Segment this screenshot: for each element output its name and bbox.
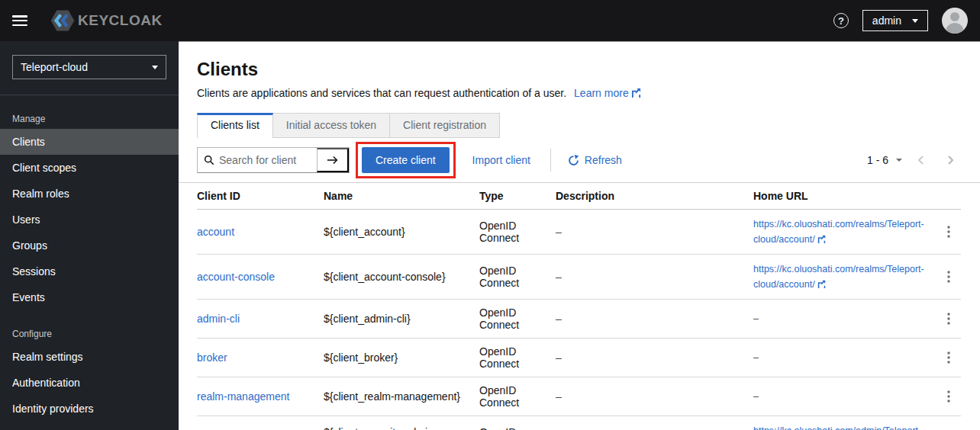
client-id-link[interactable]: admin-cli (197, 313, 240, 325)
sidebar-item-identity-providers[interactable]: Identity providers (0, 396, 179, 422)
sidebar-item-groups[interactable]: Groups (0, 233, 179, 258)
client-name-cell: ${client_admin-cli} (324, 300, 479, 339)
column-header-home-url: Home URL (753, 183, 933, 210)
table-row: broker ${client_broker} OpenID Connect –… (197, 339, 961, 377)
nav-section-list: Realm settings Authentication Identity p… (0, 344, 179, 422)
table-header-row: Client IDNameTypeDescriptionHome URL (197, 183, 961, 210)
client-id-link[interactable]: account (197, 226, 234, 238)
chevron-down-icon (912, 19, 918, 23)
client-description-cell: – (556, 377, 753, 416)
search-group (197, 147, 350, 173)
table-row: security-admin-console ${client_security… (197, 416, 961, 430)
client-description-cell: – (556, 339, 753, 377)
tab-initial-access-token[interactable]: Initial access token (273, 113, 390, 138)
table-row: account-console ${client_account-console… (197, 255, 961, 300)
row-kebab-menu-button[interactable] (943, 269, 955, 284)
sidebar-item-events[interactable]: Events (0, 284, 179, 310)
sidebar-nav: Manage Clients Client scopes Realm roles… (0, 108, 179, 422)
home-url-cell: https://kc.oluoshati.com/realms/Teleport… (753, 255, 933, 300)
client-type-cell: OpenID Connect (479, 255, 556, 300)
client-name-cell: ${client_account} (324, 210, 479, 255)
row-kebab-menu-button[interactable] (943, 389, 955, 404)
toolbar: Create client Import client Refresh 1 - … (179, 138, 980, 183)
sidebar-item-realm-roles[interactable]: Realm roles (0, 181, 179, 207)
client-name-cell: ${client_account-console} (324, 255, 479, 300)
keycloak-logo: KEYCLOAK (49, 8, 163, 34)
table-row: realm-management ${client_realm-manageme… (197, 377, 961, 416)
main-content: Clients Clients are applications and ser… (179, 41, 980, 430)
pagination-top: 1 - 6 (867, 152, 962, 168)
sidebar-item-sessions[interactable]: Sessions (0, 258, 179, 284)
search-input[interactable] (219, 154, 311, 166)
search-input-wrap (198, 148, 317, 172)
refresh-icon (568, 155, 579, 166)
avatar[interactable] (942, 8, 968, 34)
tab-clients-list[interactable]: Clients list (197, 113, 273, 138)
tab-client-registration[interactable]: Client registration (390, 113, 500, 138)
refresh-link[interactable]: Refresh (568, 154, 622, 166)
home-url-link[interactable]: https://kc.oluoshati.com/admin/Teleport-… (753, 425, 921, 430)
create-client-wrap: Create client (362, 147, 450, 173)
hamburger-menu-icon[interactable] (12, 15, 27, 26)
realm-selector[interactable]: Teleport-cloud (12, 55, 166, 79)
client-id-link[interactable]: broker (197, 351, 227, 364)
keycloak-admin-console: KEYCLOAK ? admin Teleport-cloud Manage C… (0, 0, 980, 430)
home-url-link[interactable]: https://kc.oluoshati.com/realms/Teleport… (753, 219, 924, 245)
client-type-cell: OpenID Connect (479, 210, 556, 255)
home-url-link[interactable]: https://kc.oluoshati.com/realms/Teleport… (753, 264, 924, 290)
search-icon (204, 155, 214, 165)
nav-section: Configure Realm settings Authentication … (0, 322, 179, 422)
column-header-type: Type (479, 183, 556, 210)
client-description-cell: – (556, 210, 753, 255)
learn-more-link[interactable]: Learn more (574, 87, 641, 99)
pagination-range-dropdown[interactable]: 1 - 6 (867, 154, 902, 166)
create-client-button[interactable]: Create client (362, 147, 450, 173)
import-client-label: Import client (472, 154, 530, 166)
sidebar-item-users[interactable]: Users (0, 207, 179, 233)
client-type-cell: OpenID Connect (479, 339, 556, 377)
sidebar-item-client-scopes[interactable]: Client scopes (0, 155, 179, 181)
sidebar: Teleport-cloud Manage Clients Client sco… (0, 41, 179, 430)
sidebar-item-authentication[interactable]: Authentication (0, 370, 179, 396)
home-url-cell: – (753, 339, 933, 377)
page-description: Clients are applications and services th… (197, 87, 962, 99)
nav-section-title: Manage (0, 108, 179, 129)
import-client-link[interactable]: Import client (472, 154, 530, 166)
column-header-name: Name (324, 183, 479, 210)
client-description-cell: – (556, 416, 753, 430)
keycloak-logo-icon (49, 8, 76, 34)
learn-more-label: Learn more (574, 87, 629, 99)
nav-section-title: Configure (0, 322, 179, 344)
user-menu-label: admin (872, 14, 901, 27)
home-url-cell: – (753, 300, 933, 339)
client-type-cell: OpenID Connect (479, 300, 556, 339)
refresh-label: Refresh (585, 154, 622, 166)
user-menu-dropdown[interactable]: admin (862, 10, 928, 31)
row-kebab-menu-button[interactable] (943, 350, 955, 365)
pagination-range-label: 1 - 6 (867, 154, 888, 166)
page-title: Clients (197, 59, 962, 80)
pagination-next-button[interactable] (940, 152, 962, 168)
sidebar-item-clients[interactable]: Clients (0, 129, 179, 155)
client-id-link[interactable]: account-console (197, 271, 275, 283)
client-description-cell: – (556, 300, 753, 339)
chevron-down-icon (896, 159, 902, 162)
home-url-cell: https://kc.oluoshati.com/admin/Teleport-… (753, 416, 933, 430)
home-url-cell: – (753, 377, 933, 416)
masthead: KEYCLOAK ? admin (0, 0, 980, 41)
masthead-right: ? admin (833, 8, 968, 34)
table-row: admin-cli ${client_admin-cli} OpenID Con… (197, 300, 961, 339)
chevron-down-icon (152, 66, 158, 69)
client-id-link[interactable]: realm-management (197, 390, 289, 403)
search-submit-button[interactable] (317, 148, 349, 172)
row-kebab-menu-button[interactable] (943, 224, 955, 239)
row-kebab-menu-button[interactable] (943, 311, 955, 326)
external-link-icon (631, 88, 641, 98)
sidebar-item-realm-settings[interactable]: Realm settings (0, 344, 179, 370)
tab-bar: Clients list Initial access token Client… (197, 113, 962, 138)
column-header-description: Description (556, 183, 753, 210)
help-icon[interactable]: ? (833, 13, 849, 28)
client-type-cell: OpenID Connect (479, 416, 556, 430)
pagination-prev-button[interactable] (910, 152, 932, 168)
home-url-cell: https://kc.oluoshati.com/realms/Teleport… (753, 210, 933, 255)
